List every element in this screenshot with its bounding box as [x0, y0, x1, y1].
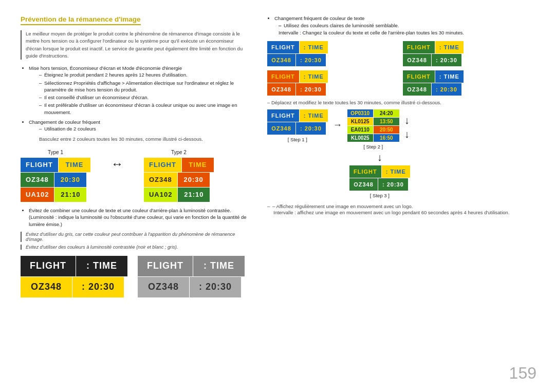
gb1-th: : TIME [300, 41, 328, 53]
dash-item: Sélectionnez Propriétés d'affichage > Al… [39, 80, 247, 94]
mf-row4-b: 16:50 [374, 134, 399, 142]
gb4-th: : TIME [435, 70, 464, 83]
s3-oz: OZ348 [349, 178, 378, 191]
gb2-fh: FLIGHT [403, 41, 435, 53]
mf-row3-b: 20:50 [374, 126, 399, 134]
gray-oz348: OZ348 [138, 277, 189, 297]
note-text: Basculez entre 2 couleurs toutes les 30 … [39, 136, 247, 142]
gb2-tv: : 20:30 [432, 54, 461, 66]
step-note: – Déplacez et modifiez le texte toutes l… [267, 100, 534, 105]
s3-fh: FLIGHT [349, 165, 381, 178]
gb3-fh: FLIGHT [267, 70, 299, 83]
final-note: – – Affichez régulièrement une image en … [267, 203, 534, 209]
ua102-cell: UA102 [21, 188, 54, 202]
type1-board: FLIGHT TIME OZ348 20:30 UA102 21:10 [21, 158, 90, 202]
time-val-cell: 20:30 [54, 173, 86, 187]
step1-board: FLIGHT : TIME OZ348 : 20:30 [267, 109, 328, 135]
gb1-oz: OZ348 [267, 54, 295, 66]
gb1-tv: : 20:30 [296, 54, 326, 66]
type-section: Type 1 FLIGHT TIME OZ348 20:30 UA102 21:… [21, 150, 247, 202]
type2-label: Type 2 [171, 150, 187, 155]
step3-board: FLIGHT : TIME OZ348 : 20:30 [349, 165, 410, 191]
mf-row2-b: 13:50 [374, 118, 399, 125]
gb2-th: : TIME [435, 41, 464, 53]
down-arrows: ↓ ↓ [404, 109, 410, 140]
grid-board-3: FLIGHT : TIME OZ348 : 20:30 [267, 70, 399, 96]
step2-board: OP0310 24:20 KL0125 13:50 EA0110 20:50 K… [347, 109, 399, 142]
steps-section: FLIGHT : TIME OZ348 : 20:30 [ Step 1 ] →… [267, 109, 534, 150]
time-val-o: 20:30 [178, 173, 210, 187]
dash-item: Utilisation de 2 couleurs [39, 125, 247, 132]
flight-grid: FLIGHT : TIME OZ348 : 20:30 FLIGHT : TIM… [267, 41, 534, 96]
step2-col: OP0310 24:20 KL0125 13:50 EA0110 20:50 K… [347, 109, 399, 150]
bullet-item-1: Mise hors tension, Économiseur d'écran e… [29, 65, 247, 116]
bullet-list2: Évitez de combiner une couleur de texte … [29, 207, 247, 228]
dark-time-val: : 20:30 [72, 277, 124, 297]
bullet-item-2: Changement de couleur fréquent Utilisati… [29, 119, 247, 142]
time-val-cell2: 21:10 [54, 188, 86, 202]
s3-th: : TIME [382, 165, 410, 178]
ua102-cell-l: UA102 [144, 188, 177, 202]
dark-oz348: OZ348 [21, 277, 72, 297]
final-note2: Intervalle : affichez une image en mouve… [273, 209, 534, 216]
gray-time-header: : TIME [193, 256, 245, 276]
gb3-th: : TIME [300, 70, 328, 83]
bullet-list: Mise hors tension, Économiseur d'écran e… [29, 65, 247, 142]
s3-tv: : 20:30 [378, 178, 408, 191]
bullet-item-3: Évitez de combiner une couleur de texte … [29, 207, 247, 228]
s1-tv: : 20:30 [296, 122, 326, 135]
gb2-oz: OZ348 [403, 54, 431, 66]
mf-row4-a: KL0025 [347, 134, 373, 142]
mf-row3-a: EA0110 [347, 126, 373, 134]
gray-flight-header: FLIGHT [138, 256, 193, 276]
dash-item: Il est préférable d'utiliser un économis… [39, 102, 247, 116]
gb3-oz: OZ348 [267, 83, 295, 96]
italic-note-1: Évitez d'utiliser du gris, car cette cou… [21, 232, 247, 242]
right-dash1: – Utilisez des couleurs claires de lumin… [279, 23, 551, 28]
step2-label: [ Step 2 ] [363, 144, 383, 150]
gray-board: FLIGHT : TIME OZ348 : 20:30 [138, 256, 245, 297]
gb3-tv: : 20:30 [296, 83, 326, 96]
s1-fh: FLIGHT [267, 109, 299, 122]
dark-time-header: : TIME [76, 256, 127, 276]
oz348-cell-y: OZ348 [144, 173, 177, 187]
type-arrow: ↔ [106, 157, 128, 171]
mf-row2-a: KL0125 [347, 118, 373, 125]
grid-board-2: FLIGHT : TIME OZ348 : 20:30 [403, 41, 534, 66]
gb4-fh: FLIGHT [403, 70, 435, 83]
page-number: 159 [509, 364, 536, 383]
step1-label: [ Step 1 ] [288, 137, 307, 142]
right-column: Changement fréquent de couleur de texte … [262, 15, 534, 377]
gb4-oz: OZ348 [403, 83, 431, 96]
intro-text: Le meilleur moyen de protéger le produit… [21, 30, 247, 60]
step3-label: [ Step 3 ] [370, 193, 390, 198]
dark-flight-header: FLIGHT [21, 256, 76, 276]
grid-board-4: FLIGHT : TIME OZ348 : 20:30 [403, 70, 534, 96]
section-title: Prévention de la rémanence d'image [21, 15, 141, 25]
step1-col: FLIGHT : TIME OZ348 : 20:30 [ Step 1 ] [267, 109, 328, 142]
type2-board: FLIGHT TIME OZ348 20:30 UA102 21:10 [144, 158, 214, 202]
oz348-cell: OZ348 [21, 173, 54, 187]
type2-block: Type 2 FLIGHT TIME OZ348 20:30 UA102 21:… [144, 150, 214, 202]
dash-item: Il est conseillé d'utiliser un économise… [39, 94, 247, 101]
bottom-boards: FLIGHT : TIME OZ348 : 20:30 FLIGHT : TIM… [21, 256, 247, 297]
right-bullet: Changement fréquent de couleur de texte [274, 15, 534, 21]
step-right-arrow: → [333, 109, 342, 130]
time-header: TIME [59, 158, 90, 172]
time-header-o: TIME [182, 158, 214, 172]
s1-th: : TIME [300, 109, 328, 122]
italic-note-2: Évitez d'utiliser des couleurs à luminos… [21, 245, 247, 250]
gb1-fh: FLIGHT [267, 41, 299, 53]
grid-board-1: FLIGHT : TIME OZ348 : 20:30 [267, 41, 399, 66]
s1-oz: OZ348 [267, 122, 295, 135]
type1-label: Type 1 [48, 150, 63, 155]
dash-item: Éteignez le produit pendant 2 heures apr… [39, 71, 247, 78]
type1-block: Type 1 FLIGHT TIME OZ348 20:30 UA102 21:… [21, 150, 90, 202]
right-long-note: Intervalle : Changez la couleur du texte… [279, 29, 534, 36]
flight-header: FLIGHT [21, 158, 58, 172]
mf-row1-a: OP0310 [347, 109, 373, 117]
mf-row1-b: 24:20 [374, 109, 399, 117]
gb4-tv: : 20:30 [432, 83, 461, 96]
dark-board: FLIGHT : TIME OZ348 : 20:30 [21, 256, 127, 297]
step3-section: ↓ FLIGHT : TIME OZ348 : 20:30 [ Step 3 ] [349, 152, 534, 198]
